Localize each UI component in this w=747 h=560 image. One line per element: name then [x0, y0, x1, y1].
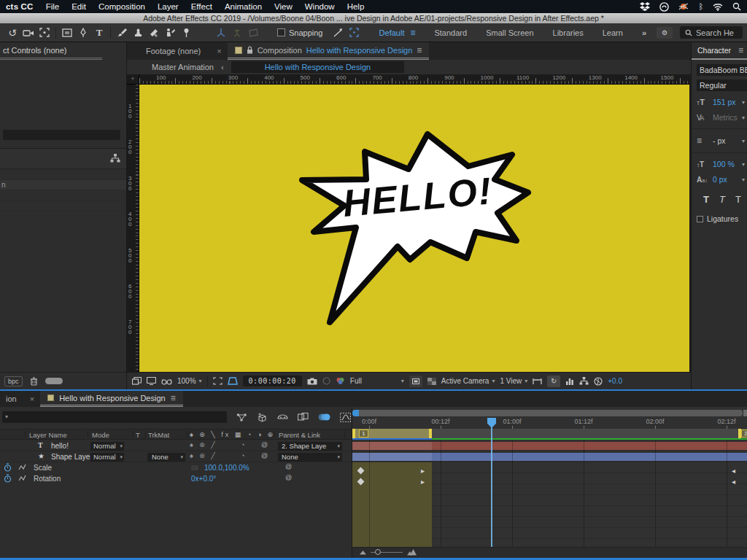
graph-toggle-icon[interactable] [18, 475, 27, 482]
shape-overlay-icon[interactable] [228, 377, 238, 386]
help-search-input[interactable]: Search He [680, 26, 743, 39]
eraser-tool-icon[interactable] [146, 28, 162, 37]
refresh-view-icon[interactable]: ↻ [547, 376, 560, 387]
workspace-small-screen[interactable]: Small Screen [486, 28, 533, 37]
parent-dropdown[interactable]: None▾ [278, 453, 342, 462]
breadcrumb-back-icon[interactable]: ‹ [221, 63, 224, 71]
motion-blur-switch[interactable]: ◔ [241, 452, 244, 459]
motion-blur-switch[interactable]: ◔ [241, 441, 244, 448]
grid-guides-icon[interactable] [347, 28, 363, 38]
zoom-out-mountain-icon[interactable] [360, 550, 366, 555]
menu-animation[interactable]: Animation [225, 2, 262, 11]
column-layer-name[interactable]: Layer Name [29, 431, 67, 439]
close-tab-icon[interactable]: × [24, 394, 40, 403]
tracking-value[interactable]: - px [713, 136, 726, 145]
puppet-pin-tool-icon[interactable] [178, 28, 194, 38]
column-parent-link[interactable]: Parent & Link [279, 431, 320, 439]
dropbox-icon[interactable] [640, 2, 650, 11]
playhead-line[interactable] [491, 418, 492, 547]
list-item[interactable] [0, 201, 126, 211]
layer-switches[interactable]: ♠ ⊛ ╱ [190, 452, 217, 459]
property-name[interactable]: Rotation [34, 475, 61, 483]
menu-effect[interactable]: Effect [191, 2, 212, 11]
menu-composition[interactable]: Composition [98, 2, 145, 11]
column-mode[interactable]: Mode [92, 431, 109, 439]
pick-whip-icon[interactable]: @ [285, 474, 292, 481]
exposure-shutter-icon[interactable] [594, 376, 603, 385]
font-family-select[interactable]: BadaBoom BB [697, 64, 747, 76]
graph-toggle-icon[interactable] [18, 464, 27, 471]
list-item[interactable] [0, 190, 126, 201]
keyframe-ease-in[interactable]: ◂ [732, 478, 735, 486]
zoom-in-mountain-icon[interactable] [407, 549, 417, 556]
list-item[interactable] [0, 170, 126, 180]
bluetooth-icon[interactable]: ᛒ [698, 2, 703, 11]
property-name[interactable]: Scale [34, 464, 52, 472]
exposure-value[interactable]: +0.0 [608, 377, 622, 385]
tab-effect-controls[interactable]: ct Controls (none) [0, 42, 102, 60]
composition-mini-flowchart-icon[interactable] [236, 413, 247, 422]
font-size-value[interactable]: 151 px [713, 98, 736, 106]
workspace-standard[interactable]: Standard [434, 28, 467, 37]
keyframe-ease-out[interactable]: ▸ [421, 478, 425, 486]
tab-footage[interactable]: Footage (none) [127, 47, 211, 55]
pick-whip-icon[interactable]: @ [261, 441, 268, 448]
camera-dropdown[interactable]: Active Camera▾ [441, 377, 495, 385]
camera-tool-icon[interactable] [20, 28, 36, 37]
rectangle-tool-icon[interactable] [59, 28, 75, 37]
pen-tool-icon[interactable] [75, 28, 91, 38]
tab-composition[interactable]: Composition Hello with Responsive Design… [228, 42, 430, 60]
project-search-input[interactable] [3, 130, 120, 140]
trash-icon[interactable] [30, 377, 38, 386]
spotlight-icon[interactable] [732, 2, 741, 11]
ruler-origin[interactable]: + [127, 74, 139, 85]
baseline-shift-value[interactable]: 0 px [713, 175, 727, 184]
wifi-icon[interactable] [713, 3, 723, 11]
layer-row-shape[interactable]: ★ Shape Layer 1 Normal▾ None▾ ♠ ⊛ ╱ ◔ @ … [0, 451, 352, 462]
tab-timeline-composition[interactable]: Hello with Responsive Design ≡ [40, 391, 183, 407]
mask-visibility-icon[interactable] [161, 377, 172, 385]
snap-options-icon[interactable] [330, 28, 347, 37]
bit-depth-button[interactable]: bpc [4, 376, 23, 386]
menu-help[interactable]: Help [347, 2, 365, 11]
ligatures-checkbox[interactable] [697, 216, 703, 222]
clone-stamp-tool-icon[interactable] [130, 28, 146, 38]
current-time-display[interactable]: 0:00:00:20 [243, 376, 302, 386]
list-item[interactable]: n [0, 180, 126, 190]
panel-menu-icon[interactable]: ≡ [417, 45, 422, 55]
trkmat-dropdown[interactable]: None▾ [147, 453, 185, 462]
snapping-checkbox[interactable] [277, 28, 285, 36]
keyframe-ease-in[interactable]: ◂ [732, 467, 735, 475]
faux-italic-button[interactable]: T [719, 194, 725, 205]
histogram-icon[interactable] [565, 377, 574, 385]
parent-dropdown[interactable]: 2. Shape Laye▾ [278, 442, 342, 451]
tab-master-animation[interactable]: ion [0, 394, 24, 403]
draft-3d-icon[interactable] [257, 413, 268, 422]
world-axis-mode-icon[interactable] [229, 28, 245, 38]
work-area-start-handle[interactable] [352, 429, 355, 438]
type-tool-icon[interactable]: T [91, 27, 107, 39]
rotation-tool-icon[interactable]: ↺ [4, 27, 20, 39]
all-caps-button[interactable]: T [735, 194, 741, 205]
zoom-slider-knob[interactable] [375, 549, 381, 555]
flowchart-icon[interactable] [110, 154, 120, 163]
layer-bar-shape[interactable] [352, 453, 747, 461]
blend-mode-dropdown[interactable]: Normal▾ [90, 453, 124, 462]
view-layout-dropdown[interactable]: 1 View▾ [500, 377, 527, 385]
chevron-down-icon[interactable]: ▾ [742, 114, 747, 121]
resolution-dropdown[interactable]: Full▾ [350, 377, 404, 385]
property-row-rotation[interactable]: Rotation 0x+0.0° @ [0, 473, 352, 484]
menu-file[interactable]: File [46, 2, 60, 11]
pixel-aspect-icon[interactable] [533, 377, 542, 385]
composition-canvas[interactable]: HELLO! [139, 85, 689, 372]
timeline-ruler[interactable]: 0:00f00:12f01:00f01:12f02:00f02:12f [352, 418, 747, 429]
workspace-libraries[interactable]: Libraries [553, 28, 584, 37]
transparency-grid-icon[interactable] [427, 377, 436, 385]
workspace-learn[interactable]: Learn [603, 28, 623, 37]
work-area-bar[interactable]: 1 2 [352, 429, 747, 438]
property-row-scale[interactable]: Scale 100.0,100.0% @ [0, 462, 352, 473]
stopwatch-icon[interactable] [4, 474, 12, 483]
faux-bold-button[interactable]: T [703, 194, 709, 205]
vertical-scale-value[interactable]: 100 % [713, 160, 735, 168]
work-area-end-handle[interactable] [429, 429, 432, 438]
